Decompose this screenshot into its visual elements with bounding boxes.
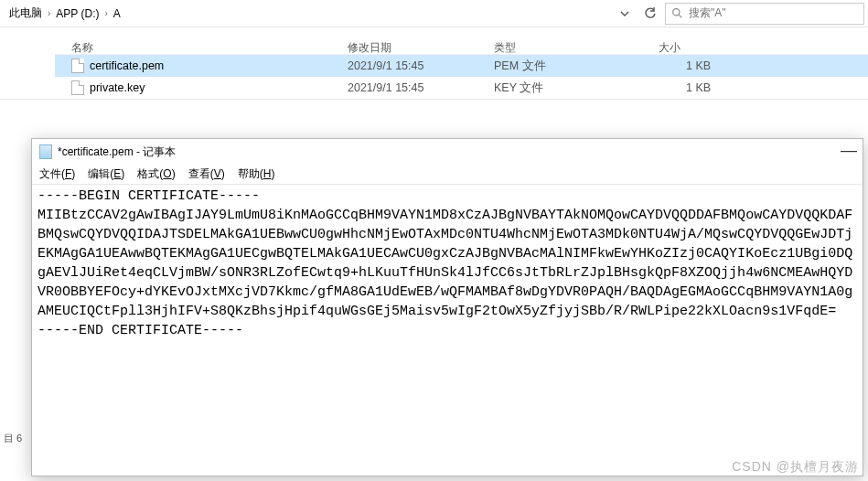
- notepad-menubar: 文件(F) 编辑(E) 格式(O) 查看(V) 帮助(H): [32, 165, 863, 185]
- svg-point-0: [673, 9, 680, 16]
- file-date: 2021/9/1 15:45: [348, 59, 494, 72]
- file-type: PEM 文件: [494, 59, 659, 74]
- file-icon: [71, 59, 84, 73]
- menu-view[interactable]: 查看(V): [188, 166, 225, 182]
- chevron-right-icon: ›: [48, 8, 50, 18]
- menu-edit[interactable]: 编辑(E): [88, 166, 124, 182]
- file-row[interactable]: certificate.pem 2021/9/1 15:45 PEM 文件 1 …: [55, 55, 868, 77]
- breadcrumb-seg-drive[interactable]: APP (D:): [56, 7, 99, 20]
- file-name: private.key: [90, 81, 145, 94]
- file-list: 名称 修改日期 类型 大小 certificate.pem 2021/9/1 1…: [0, 27, 868, 99]
- breadcrumb-seg-pc[interactable]: 此电脑: [9, 5, 42, 21]
- notepad-app-icon: [39, 144, 52, 159]
- header-size[interactable]: 大小: [659, 40, 750, 56]
- status-bar-left: 目 6: [0, 432, 22, 445]
- chevron-right-icon: ›: [104, 8, 107, 18]
- breadcrumb-seg-folder[interactable]: A: [113, 7, 121, 20]
- notepad-textarea[interactable]: -----BEGIN CERTIFICATE----- MIIBtzCCAV2g…: [32, 185, 863, 476]
- notepad-window: *certificate.pem - 记事本 — 文件(F) 编辑(E) 格式(…: [31, 138, 863, 476]
- file-size: 1 KB: [659, 81, 750, 94]
- menu-format[interactable]: 格式(O): [137, 166, 175, 182]
- search-input[interactable]: 搜索"A": [665, 3, 864, 25]
- file-type: KEY 文件: [494, 80, 659, 96]
- history-dropdown[interactable]: [614, 3, 636, 25]
- refresh-button[interactable]: [639, 3, 661, 25]
- file-icon: [71, 80, 84, 95]
- notepad-titlebar[interactable]: *certificate.pem - 记事本 —: [32, 139, 863, 165]
- file-row[interactable]: private.key 2021/9/1 15:45 KEY 文件 1 KB: [55, 77, 868, 99]
- menu-file[interactable]: 文件(F): [39, 166, 75, 182]
- breadcrumb[interactable]: 此电脑 › APP (D:) › A: [4, 3, 610, 25]
- address-bar: 此电脑 › APP (D:) › A 搜索"A": [0, 0, 868, 27]
- svg-line-1: [679, 15, 681, 17]
- menu-help[interactable]: 帮助(H): [238, 166, 275, 182]
- file-date: 2021/9/1 15:45: [348, 81, 494, 94]
- file-name: certificate.pem: [90, 59, 164, 72]
- search-placeholder: 搜索"A": [689, 5, 726, 21]
- minimize-button[interactable]: —: [841, 141, 857, 160]
- explorer-window: 此电脑 › APP (D:) › A 搜索"A" 名称 修改日期 类型 大小: [0, 0, 868, 100]
- header-date[interactable]: 修改日期: [348, 40, 494, 56]
- header-name[interactable]: 名称: [55, 40, 348, 56]
- file-size: 1 KB: [659, 59, 750, 72]
- search-icon: [671, 7, 683, 19]
- header-type[interactable]: 类型: [494, 40, 659, 56]
- column-headers: 名称 修改日期 类型 大小: [55, 27, 868, 55]
- notepad-title: *certificate.pem - 记事本: [58, 144, 176, 160]
